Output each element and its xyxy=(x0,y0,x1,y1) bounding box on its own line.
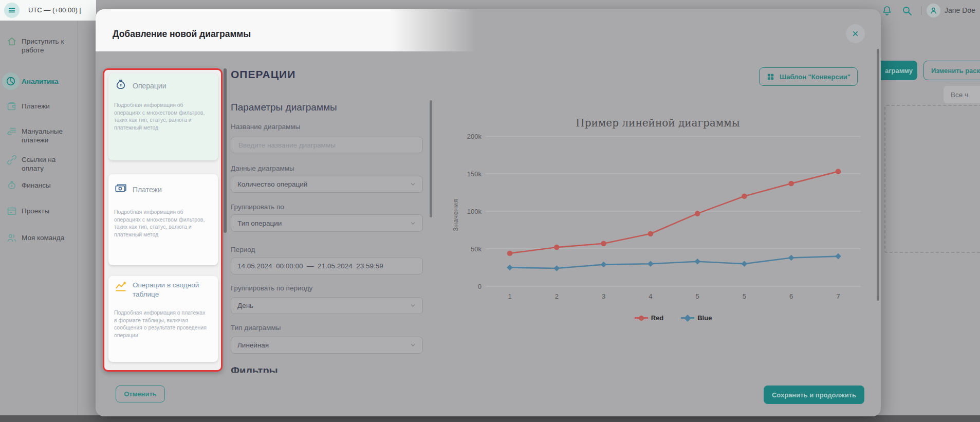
card-title: Операции xyxy=(133,81,210,90)
card-pivot-table[interactable]: Операции в сводной таблице Подробная инф… xyxy=(108,276,218,362)
legend-label: Red xyxy=(651,314,664,322)
modal-scrollbar[interactable] xyxy=(877,49,879,301)
timezone-label: UTC — (+00:00) | xyxy=(28,6,81,14)
chart-type-select[interactable]: Линейная xyxy=(231,337,423,354)
money-bag-icon xyxy=(114,78,127,91)
svg-text:150k: 150k xyxy=(467,170,482,178)
sidebar-item-label: Платежи xyxy=(22,102,73,111)
chevron-down-icon xyxy=(410,342,416,348)
card-description: Подробная информация об операциях с множ… xyxy=(114,208,207,238)
form-section-title: Параметры диаграммы xyxy=(231,102,337,113)
line-chart: 050k100k150k200k12345567 xyxy=(450,111,866,332)
banknote-icon xyxy=(114,181,127,195)
svg-text:200k: 200k xyxy=(467,133,482,140)
sidebar-item-label: Финансы xyxy=(22,181,73,190)
cards-scrollbar[interactable] xyxy=(224,68,227,233)
link-icon xyxy=(6,154,17,166)
sidebar-item-label: Аналитика xyxy=(22,77,73,86)
user-icon xyxy=(929,6,938,15)
legend-item-blue[interactable]: Blue xyxy=(681,314,712,322)
add-chart-modal: Добавление новой диаграммы Операции Подр… xyxy=(96,9,881,416)
line-chart-icon xyxy=(114,280,127,293)
legend-marker xyxy=(684,314,691,321)
group-by-label: Группировать по xyxy=(231,203,284,211)
chart-name-input[interactable] xyxy=(237,141,416,150)
period-group-label: Группировать по периоду xyxy=(231,284,312,292)
svg-text:5: 5 xyxy=(696,292,699,300)
chart-placeholder-dashed-area xyxy=(884,105,980,253)
cancel-button[interactable]: Отменить xyxy=(116,386,165,402)
chart-source-cards: Операции Подробная информация об операци… xyxy=(103,68,223,372)
legend-item-red[interactable]: Red xyxy=(635,314,664,322)
svg-text:7: 7 xyxy=(836,292,840,300)
legend-line xyxy=(635,317,648,319)
grid-icon xyxy=(766,72,775,81)
user-name[interactable]: Jane Doe xyxy=(945,6,975,14)
sidebar-item-label: Мануальные платежи xyxy=(22,127,73,144)
card-payments[interactable]: Платежи Подробная информация об операция… xyxy=(108,174,218,265)
pie-chart-icon xyxy=(5,76,16,87)
card-operations[interactable]: Операции Подробная информация об операци… xyxy=(108,74,218,160)
svg-text:2: 2 xyxy=(555,292,559,300)
period-label: Период xyxy=(231,246,255,253)
chart-preview: Пример линейной диаграммы Значения 050k1… xyxy=(450,111,866,332)
selected-value: Линейная xyxy=(237,341,269,349)
selected-value: День xyxy=(237,302,253,309)
bell-icon[interactable] xyxy=(881,5,893,17)
avatar[interactable] xyxy=(927,4,940,17)
chart-legend: Red Blue xyxy=(486,314,861,322)
selected-value: Тип операции xyxy=(237,219,282,227)
legend-marker xyxy=(639,316,644,321)
legend-label: Blue xyxy=(697,314,712,322)
filter-box-partial[interactable]: Все ч xyxy=(944,86,980,103)
card-title: Операции в сводной таблице xyxy=(133,281,210,299)
chevron-down-icon xyxy=(410,181,416,188)
chart-name-field[interactable] xyxy=(231,137,423,153)
legend-line xyxy=(681,317,694,319)
group-by-select[interactable]: Тип операции xyxy=(231,214,423,232)
hamburger-icon xyxy=(8,6,16,14)
sidebar-divider xyxy=(77,21,78,415)
svg-text:5: 5 xyxy=(743,292,746,300)
svg-text:4: 4 xyxy=(649,292,652,300)
save-continue-button[interactable]: Сохранить и продолжить xyxy=(764,386,864,404)
card-title: Платежи xyxy=(133,185,210,194)
sidebar-item-label: Моя команда xyxy=(22,233,73,242)
modal-title: Добавление новой диаграммы xyxy=(113,29,251,40)
search-icon[interactable] xyxy=(901,5,913,17)
conversion-template-button[interactable]: Шаблон "Конверсии" xyxy=(759,67,858,86)
period-field[interactable]: 14.05.2024 00:00:00 — 21.05.2024 23:59:5… xyxy=(231,258,423,274)
svg-text:6: 6 xyxy=(789,292,793,300)
screen: { "colors": { "accent_teal": "#18807c", … xyxy=(0,0,980,422)
filters-heading-clipped: Фильтры xyxy=(231,365,278,373)
chart-type-label: Тип диаграммы xyxy=(231,324,281,332)
chart-y-axis-label: Значения xyxy=(452,194,459,235)
selected-value: Количество операций xyxy=(237,180,307,188)
period-group-select[interactable]: День xyxy=(231,297,423,314)
card-icon xyxy=(6,206,17,217)
close-button[interactable] xyxy=(846,24,865,43)
chart-data-select[interactable]: Количество операций xyxy=(231,176,423,193)
template-button-label: Шаблон "Конверсии" xyxy=(780,73,850,81)
chevron-down-icon xyxy=(410,302,416,309)
data-label: Данные диаграммы xyxy=(231,164,294,172)
header-left: UTC — (+00:00) | xyxy=(0,0,96,21)
header-divider xyxy=(921,6,921,15)
form-scrollbar[interactable] xyxy=(430,100,432,217)
card-description: Подробная информация об операциях с множ… xyxy=(114,101,207,131)
name-label: Название диаграммы xyxy=(231,123,300,131)
edit-layout-button-partial[interactable]: Изменить раск xyxy=(923,61,980,80)
close-icon xyxy=(852,30,859,38)
sidebar-item-label: Ссылки на оплату xyxy=(22,155,73,173)
home-icon xyxy=(6,36,17,47)
svg-text:3: 3 xyxy=(602,292,605,300)
hamburger-menu-button[interactable] xyxy=(4,3,20,18)
card-description: Подробная информация о платежах в формат… xyxy=(114,309,207,339)
add-chart-button-partial[interactable]: аграмму xyxy=(880,61,917,80)
people-icon xyxy=(6,232,17,244)
form-heading: ОПЕРАЦИИ xyxy=(231,68,295,81)
svg-text:100k: 100k xyxy=(467,208,482,215)
chart-title: Пример линейной диаграммы xyxy=(450,117,866,129)
sidebar-item-label: Проекты xyxy=(22,207,73,215)
svg-text:1: 1 xyxy=(508,292,511,300)
